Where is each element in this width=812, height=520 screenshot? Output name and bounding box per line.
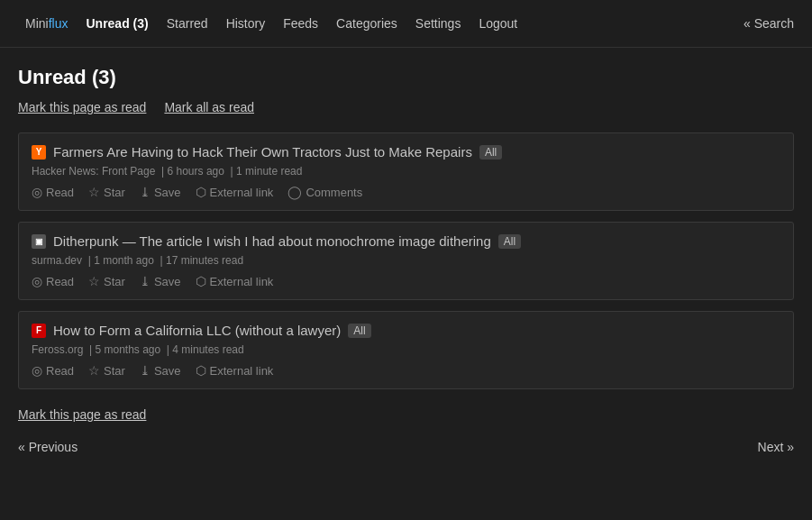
article-meta-3: Feross.org | 5 months ago | 4 minutes re… <box>32 343 780 356</box>
article-title-row-3: F How to Form a California LLC (without … <box>32 323 780 338</box>
external-icon-2: ⬡ <box>196 274 206 288</box>
external-icon-1: ⬡ <box>196 185 206 199</box>
action-external-3[interactable]: ⬡ External link <box>196 363 274 378</box>
save-label-1: Save <box>154 186 181 199</box>
article-title-1[interactable]: Farmers Are Having to Hack Their Own Tra… <box>53 144 472 160</box>
nav-logout[interactable]: Logout <box>471 13 525 34</box>
tag-badge-1: All <box>479 145 502 160</box>
external-label-3: External link <box>210 364 274 378</box>
save-icon-3: ⤓ <box>140 363 151 378</box>
article-title-2[interactable]: Ditherpunk — The article I wish I had ab… <box>53 233 491 249</box>
action-external-1[interactable]: ⬡ External link <box>196 185 274 199</box>
star-label-3: Star <box>104 364 125 378</box>
mark-page-as-read-bottom[interactable]: Mark this page as read <box>18 407 146 422</box>
article-meta-2: surma.dev | 1 month ago | 17 minutes rea… <box>32 254 780 267</box>
article-time-1: 6 hours ago <box>168 165 224 178</box>
read-label-3: Read <box>46 364 74 378</box>
save-label-3: Save <box>154 364 181 378</box>
tag-badge-2: All <box>498 234 521 249</box>
nav-links: Miniflux Unread (3) Starred History Feed… <box>18 13 744 34</box>
action-star-2[interactable]: ☆ Star <box>88 274 125 288</box>
action-save-3[interactable]: ⤓ Save <box>140 363 181 378</box>
comments-icon-1: ◯ <box>287 185 302 199</box>
main-content: Unread (3) Mark this page as read Mark a… <box>0 48 812 490</box>
action-external-2[interactable]: ⬡ External link <box>196 274 274 288</box>
favicon-2: ▣ <box>32 234 46 249</box>
nav-starred[interactable]: Starred <box>160 13 215 34</box>
nav-brand[interactable]: Miniflux <box>18 13 75 34</box>
read-icon-2: ◎ <box>32 274 42 288</box>
article-source-1[interactable]: Hacker News: Front Page <box>32 165 155 178</box>
action-comments-1[interactable]: ◯ Comments <box>287 185 362 199</box>
article-actions-2: ◎ Read ☆ Star ⤓ Save ⬡ External link <box>32 274 780 288</box>
article-actions-3: ◎ Read ☆ Star ⤓ Save ⬡ External link <box>32 363 780 378</box>
read-label-2: Read <box>46 275 74 288</box>
article-actions-1: ◎ Read ☆ Star ⤓ Save ⬡ External link ◯ C… <box>32 185 780 199</box>
article-card-1: Y Farmers Are Having to Hack Their Own T… <box>18 132 794 211</box>
external-label-1: External link <box>210 186 274 199</box>
favicon-1: Y <box>32 145 46 160</box>
article-meta-1: Hacker News: Front Page | 6 hours ago | … <box>32 165 780 178</box>
tag-badge-3: All <box>348 324 370 338</box>
brand-flux: flux <box>49 16 68 31</box>
star-icon-2: ☆ <box>88 274 100 288</box>
bottom-mark-links: Mark this page as read <box>18 407 794 422</box>
read-label-1: Read <box>46 186 74 199</box>
article-title-row-1: Y Farmers Are Having to Hack Their Own T… <box>32 144 780 160</box>
external-icon-3: ⬡ <box>196 363 206 378</box>
nav-categories[interactable]: Categories <box>329 13 405 34</box>
read-icon-3: ◎ <box>32 363 42 378</box>
action-star-3[interactable]: ☆ Star <box>88 363 125 378</box>
article-source-2[interactable]: surma.dev <box>32 254 82 267</box>
star-icon-3: ☆ <box>88 363 100 378</box>
nav-settings[interactable]: Settings <box>408 13 469 34</box>
comments-label-1: Comments <box>306 186 362 199</box>
mark-all-as-read[interactable]: Mark all as read <box>164 100 254 114</box>
save-icon-2: ⤓ <box>140 274 151 288</box>
next-button[interactable]: Next » <box>758 440 794 454</box>
mark-page-as-read-top[interactable]: Mark this page as read <box>18 100 146 114</box>
external-label-2: External link <box>210 275 274 288</box>
article-card-2: ▣ Ditherpunk — The article I wish I had … <box>18 222 794 300</box>
save-label-2: Save <box>154 275 181 288</box>
favicon-3: F <box>32 324 46 338</box>
action-read-3[interactable]: ◎ Read <box>32 363 74 378</box>
action-save-1[interactable]: ⤓ Save <box>140 185 181 199</box>
article-source-3[interactable]: Feross.org <box>32 343 83 356</box>
star-label-1: Star <box>104 186 125 199</box>
article-time-2: 1 month ago <box>94 254 154 267</box>
page-title: Unread (3) <box>18 66 794 89</box>
previous-button[interactable]: « Previous <box>18 440 78 454</box>
article-card-3: F How to Form a California LLC (without … <box>18 311 794 389</box>
article-time-3: 5 months ago <box>95 343 160 356</box>
action-read-2[interactable]: ◎ Read <box>32 274 74 288</box>
save-icon-1: ⤓ <box>140 185 151 199</box>
pagination: « Previous Next » <box>18 440 794 472</box>
article-readtime-1: 1 minute read <box>236 165 302 178</box>
article-title-row-2: ▣ Ditherpunk — The article I wish I had … <box>32 233 780 249</box>
nav-search-link[interactable]: « Search <box>744 16 794 31</box>
main-nav: Miniflux Unread (3) Starred History Feed… <box>0 0 812 48</box>
brand-mini: Mini <box>25 16 49 31</box>
article-readtime-2: 17 minutes read <box>166 254 243 267</box>
top-mark-links: Mark this page as read Mark all as read <box>18 100 794 114</box>
action-star-1[interactable]: ☆ Star <box>88 185 125 199</box>
action-save-2[interactable]: ⤓ Save <box>140 274 181 288</box>
star-label-2: Star <box>104 275 125 288</box>
read-icon-1: ◎ <box>32 185 42 199</box>
article-readtime-3: 4 minutes read <box>172 343 243 356</box>
star-icon-1: ☆ <box>88 185 100 199</box>
article-title-3[interactable]: How to Form a California LLC (without a … <box>53 323 341 338</box>
action-read-1[interactable]: ◎ Read <box>32 185 74 199</box>
nav-feeds[interactable]: Feeds <box>276 13 325 34</box>
nav-unread[interactable]: Unread (3) <box>78 13 155 34</box>
nav-history[interactable]: History <box>219 13 273 34</box>
